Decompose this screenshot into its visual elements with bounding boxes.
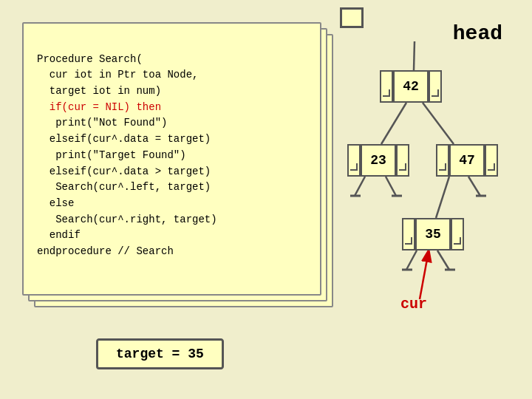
node-42-value: 42	[393, 70, 429, 103]
cur-label: cur	[400, 296, 427, 313]
node-47: 47	[436, 144, 498, 177]
target-box: target = 35	[96, 338, 224, 369]
svg-line-14	[420, 251, 429, 299]
svg-line-1	[381, 103, 406, 144]
svg-line-0	[414, 41, 415, 70]
tree-diagram: head 42	[340, 7, 517, 377]
code-line-1: Procedure Search(	[37, 53, 143, 65]
head-label: head	[453, 22, 502, 45]
svg-line-6	[386, 177, 396, 196]
code-line-12: endif	[37, 229, 81, 241]
node-42-right-ptr	[429, 70, 442, 103]
code-line-6: elseif(cur^.data = target)	[37, 133, 211, 145]
node-35-left-ptr	[402, 218, 415, 250]
node-42-left-ptr	[380, 70, 393, 103]
node-47-value: 47	[449, 144, 485, 177]
code-line-8: elseif(cur^.data > target)	[37, 166, 211, 177]
code-line-7: print("Target Found")	[37, 149, 186, 161]
svg-line-10	[406, 250, 417, 270]
node-47-left-ptr	[436, 144, 449, 177]
svg-line-12	[437, 250, 449, 270]
code-block: Procedure Search( cur iot in Ptr toa Nod…	[37, 35, 307, 276]
svg-line-3	[436, 177, 449, 218]
target-label: target = 35	[116, 347, 204, 361]
code-line-10: else	[37, 197, 74, 209]
node-23-left-ptr	[347, 144, 361, 177]
code-panel: Procedure Search( cur iot in Ptr toa Nod…	[22, 22, 332, 303]
node-35-right-ptr	[451, 218, 464, 250]
svg-line-2	[423, 103, 454, 144]
svg-line-8	[468, 177, 480, 196]
node-23-right-ptr	[396, 144, 409, 177]
code-line-3: target iot in num)	[37, 85, 161, 97]
node-35-value: 35	[415, 218, 451, 250]
tree-lines	[340, 7, 517, 377]
node-23: 23	[347, 144, 409, 177]
code-line-9: Search(cur^.left, target)	[37, 181, 211, 193]
node-23-value: 23	[361, 144, 396, 177]
node-head	[340, 7, 364, 28]
node-47-right-ptr	[485, 144, 498, 177]
code-line-2: cur iot in Ptr toa Node,	[37, 69, 198, 81]
paper-front: Procedure Search( cur iot in Ptr toa Nod…	[22, 22, 321, 296]
code-line-4-red: if(cur = NIL) then	[37, 101, 161, 113]
node-42: 42	[380, 70, 442, 103]
code-line-13: endprocedure // Search	[37, 245, 174, 257]
svg-line-4	[355, 177, 365, 196]
node-35: 35	[402, 218, 464, 250]
code-line-5: print("Not Found")	[37, 117, 167, 129]
code-line-11: Search(cur^.right, target)	[37, 214, 217, 225]
